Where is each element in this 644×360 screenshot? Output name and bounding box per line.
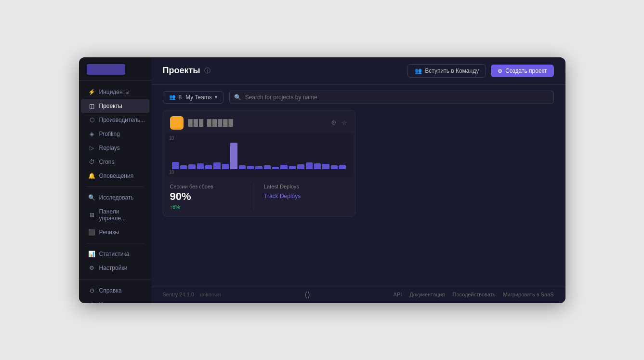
sidebar-item-profiling[interactable]: ◈ Profiling — [81, 127, 149, 141]
chart-bar-8 — [239, 165, 246, 169]
performance-icon: ⬡ — [89, 117, 95, 123]
sidebar-label-incidents: Инциденты — [99, 89, 130, 95]
sidebar-label-profiling: Profiling — [99, 131, 120, 137]
sidebar-nav: ⚡ Инциденты ◫ Проекты ⬡ Производитель...… — [79, 81, 151, 279]
sidebar-item-settings[interactable]: ⚙ Настройки — [81, 261, 149, 275]
incidents-icon: ⚡ — [89, 89, 95, 95]
sidebar-label-alerts: Оповещения — [99, 173, 134, 179]
project-star-button[interactable]: ☆ — [341, 118, 348, 127]
team-dropdown-icon: 👥 — [169, 94, 176, 100]
project-avatar — [170, 116, 184, 130]
sidebar-item-releases[interactable]: ⬛ Релизы — [81, 226, 149, 239]
create-project-icon: ⊕ — [498, 67, 502, 74]
sidebar-label-stats: Статистика — [99, 251, 130, 257]
help-icon: ⊙ — [89, 287, 95, 294]
sidebar-item-replays[interactable]: ▷ Replays — [81, 141, 149, 155]
main-header: Проекты ⓘ 👥 Вступить в Команду ⊕ Создать… — [151, 57, 565, 85]
sidebar-label-projects: Проекты — [99, 103, 122, 109]
project-name: ███ █████ — [188, 119, 234, 126]
sidebar-item-stats[interactable]: 📊 Статистика — [81, 247, 149, 261]
page-title: Проекты — [163, 66, 200, 76]
toolbar: 👥 8 My Teams ▾ 🔍 — [151, 85, 565, 110]
project-settings-button[interactable]: ⚙ — [330, 118, 338, 127]
sidebar-label-crons: Crons — [99, 159, 115, 165]
deploys-label: Latest Deploys — [264, 184, 348, 189]
chart-bar-16 — [306, 162, 313, 169]
contribute-link[interactable]: Посодействовать — [452, 292, 495, 297]
footer-left: Sentry 24.1.0 unknown — [163, 292, 221, 297]
chart-bar-9 — [247, 166, 254, 169]
settings-icon: ⚙ — [89, 265, 95, 271]
explore-icon: 🔍 — [89, 194, 95, 201]
sidebar-item-performance[interactable]: ⬡ Производитель... — [81, 113, 149, 127]
info-icon[interactable]: ⓘ — [204, 67, 210, 75]
join-team-label: Вступить в Команду — [425, 67, 479, 74]
chart-bottom-label: 10 — [169, 170, 174, 175]
chart-bar-5 — [213, 162, 220, 169]
join-team-button[interactable]: 👥 Вступить в Команду — [407, 64, 486, 78]
sidebar-label-whats-new: Что нового — [99, 301, 128, 303]
stat-deploys: Latest Deploys Track Deploys — [254, 184, 348, 210]
sessions-change: ↑6% — [170, 204, 254, 210]
footer-right: API Документация Посодействовать Мигриро… — [394, 292, 554, 297]
sidebar-logo — [87, 64, 125, 75]
api-link[interactable]: API — [394, 292, 402, 297]
sidebar-header — [79, 57, 151, 81]
my-teams-label: My Teams — [185, 94, 211, 101]
profiling-icon: ◈ — [89, 131, 95, 137]
project-info: ███ █████ — [170, 116, 234, 130]
sidebar-item-help[interactable]: ⊙ Справка — [81, 284, 149, 297]
chart-bar-19 — [331, 165, 338, 169]
docs-link[interactable]: Документация — [409, 292, 445, 297]
stats-row: Сессии без сбоев 90% ↑6% Latest Deploys … — [163, 177, 355, 216]
search-icon: 🔍 — [234, 94, 241, 101]
track-deploys-link[interactable]: Track Deploys — [264, 193, 301, 200]
sidebar-item-crons[interactable]: ⏱ Crons — [81, 155, 149, 169]
main-footer: Sentry 24.1.0 unknown ⟨⟩ API Документаци… — [151, 286, 565, 303]
my-teams-dropdown[interactable]: 👥 8 My Teams ▾ — [163, 91, 223, 104]
chart-bar-11 — [264, 165, 271, 169]
sidebar-label-explore: Исследовать — [99, 194, 134, 201]
chart-bar-1 — [180, 165, 187, 169]
search-input-wrap: 🔍 — [229, 91, 554, 104]
projects-area: ███ █████ ⚙ ☆ 10 10 — [151, 110, 565, 286]
page-title-area: Проекты ⓘ — [163, 66, 210, 76]
sidebar: ⚡ Инциденты ◫ Проекты ⬡ Производитель...… — [79, 57, 151, 303]
project-card: ███ █████ ⚙ ☆ 10 10 — [163, 110, 355, 217]
chart-bar-20 — [339, 165, 346, 169]
chart-bar-15 — [297, 164, 304, 169]
crons-icon: ⏱ — [89, 159, 95, 165]
sidebar-item-explore[interactable]: 🔍 Исследовать — [81, 191, 149, 204]
sidebar-item-incidents[interactable]: ⚡ Инциденты — [81, 85, 149, 99]
chart-bar-10 — [255, 166, 262, 169]
chart-bar-17 — [314, 163, 321, 169]
sidebar-item-projects[interactable]: ◫ Проекты — [81, 99, 149, 113]
projects-icon: ◫ — [89, 103, 95, 109]
sidebar-bottom: ⊙ Справка ◉ Что нового ‹ Свернуть — [79, 279, 151, 303]
sidebar-label-dashboards: Панели управле... — [99, 208, 142, 222]
sidebar-item-alerts[interactable]: 🔔 Оповещения — [81, 169, 149, 183]
sidebar-label-releases: Релизы — [99, 229, 119, 236]
sidebar-label-performance: Производитель... — [99, 117, 145, 123]
replays-icon: ▷ — [89, 145, 95, 151]
main-content: Проекты ⓘ 👥 Вступить в Команду ⊕ Создать… — [151, 57, 565, 303]
stats-icon: 📊 — [89, 251, 95, 257]
chevron-down-icon: ▾ — [215, 94, 217, 100]
sentry-logo-icon: ⟨⟩ — [304, 290, 310, 299]
sessions-label: Сессии без сбоев — [170, 184, 254, 189]
create-project-button[interactable]: ⊕ Создать проект — [491, 65, 553, 77]
my-teams-count: 8 — [179, 94, 182, 101]
migrate-link[interactable]: Мигрировать в SaaS — [503, 292, 553, 297]
project-card-header: ███ █████ ⚙ ☆ — [163, 110, 355, 133]
search-input[interactable] — [229, 91, 554, 104]
alerts-icon: 🔔 — [89, 173, 95, 179]
chart-bar-6 — [222, 164, 229, 169]
sidebar-item-whats-new[interactable]: ◉ Что нового — [81, 298, 149, 303]
project-chart: 10 10 — [165, 133, 353, 177]
sidebar-label-replays: Replays — [99, 145, 120, 151]
whats-new-icon: ◉ — [89, 301, 95, 303]
sidebar-label-help: Справка — [99, 287, 122, 294]
chart-bar-2 — [188, 164, 195, 169]
sidebar-item-dashboards[interactable]: ⊞ Панели управле... — [81, 205, 149, 225]
chart-bar-18 — [322, 164, 329, 169]
